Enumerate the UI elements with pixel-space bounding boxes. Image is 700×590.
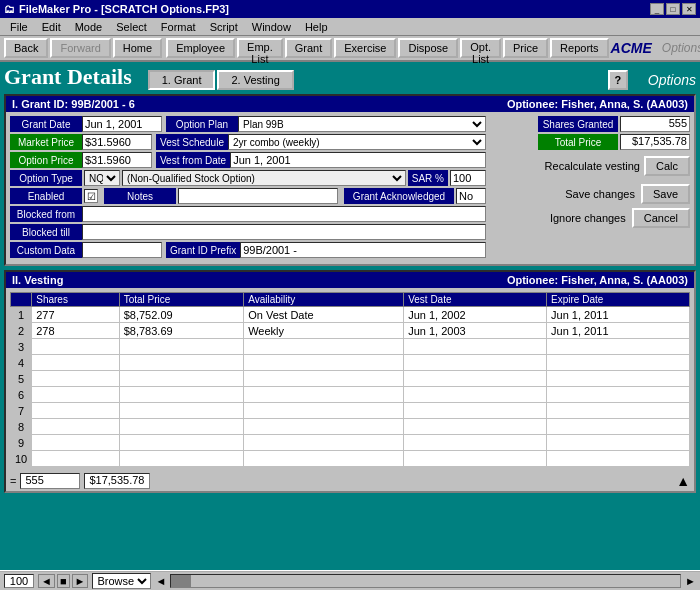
blocked-till-input[interactable] <box>82 224 486 240</box>
emp-list-button[interactable]: Emp. List <box>237 38 283 58</box>
calc-button[interactable]: Calc <box>644 156 690 176</box>
vest-schedule-label: Vest Schedule <box>156 134 228 150</box>
blocked-from-label: Blocked from <box>10 206 82 222</box>
blocked-till-row: Blocked till <box>10 224 486 240</box>
section2-header: II. Vesting Optionee: Fisher, Anna, S. (… <box>6 272 694 288</box>
vesting-table: Shares Total Price Availability Vest Dat… <box>10 292 690 467</box>
market-price-input[interactable] <box>82 134 152 150</box>
employee-button[interactable]: Employee <box>166 38 235 58</box>
cell-total-price <box>119 419 244 435</box>
option-price-input[interactable] <box>82 152 152 168</box>
zoom-out-btn[interactable]: ◄ <box>38 574 55 588</box>
vest-schedule-select[interactable]: 2yr combo (weekly) <box>228 134 486 150</box>
tab-grant[interactable]: 1. Grant <box>148 70 216 90</box>
zoom-fit-btn[interactable]: ► <box>72 574 89 588</box>
cell-availability <box>244 419 404 435</box>
nav-next[interactable]: ► <box>685 575 696 587</box>
section1-body: Grant Date Option Plan Plan 99B Market P… <box>6 112 694 264</box>
sar-label: SAR % <box>408 170 448 186</box>
enabled-checkbox[interactable]: ☑ <box>84 189 98 203</box>
section2-optionee: Optionee: Fisher, Anna, S. (AA003) <box>507 274 688 286</box>
option-type-row: Option Type NQ (Non-Qualified Stock Opti… <box>10 170 486 186</box>
page-title: Grant Details <box>4 64 132 90</box>
price-button[interactable]: Price <box>503 38 548 58</box>
nav-prev[interactable]: ◄ <box>155 575 166 587</box>
grant-acknowledged-label: Grant Acknowledged <box>344 188 454 204</box>
cell-availability <box>244 435 404 451</box>
minimize-button[interactable]: _ <box>650 3 664 15</box>
save-button[interactable]: Save <box>641 184 690 204</box>
mode-select[interactable]: Browse Find Layout <box>92 573 151 589</box>
menu-format[interactable]: Format <box>155 20 202 34</box>
back-button[interactable]: Back <box>4 38 48 58</box>
window-title: FileMaker Pro - [SCRATCH Options.FP3] <box>19 3 229 15</box>
close-button[interactable]: ✕ <box>682 3 696 15</box>
table-row: 1 277 $8,752.09 On Vest Date Jun 1, 2002… <box>11 307 690 323</box>
menu-window[interactable]: Window <box>246 20 297 34</box>
grant-id-prefix-label: Grant ID Prefix <box>166 242 240 258</box>
option-type-desc-select[interactable]: (Non-Qualified Stock Option) <box>122 170 406 186</box>
total-price-label: Total Price <box>538 134 618 150</box>
row-num: 10 <box>11 451 32 467</box>
cell-vest-date <box>404 403 547 419</box>
main-content: I. Grant ID: 99B/2001 - 6 Optionee: Fish… <box>0 90 700 570</box>
section1-left: Grant Date Option Plan Plan 99B Market P… <box>10 116 486 260</box>
cell-total-price: $8,783.69 <box>119 323 244 339</box>
menu-file[interactable]: File <box>4 20 34 34</box>
menu-mode[interactable]: Mode <box>69 20 109 34</box>
cell-vest-date <box>404 371 547 387</box>
dispose-button[interactable]: Dispose <box>398 38 458 58</box>
help-button[interactable]: ? <box>608 70 628 90</box>
scroll-bar-horizontal[interactable] <box>170 574 681 588</box>
menu-select[interactable]: Select <box>110 20 153 34</box>
exercise-button[interactable]: Exercise <box>334 38 396 58</box>
save-item: Save changes Save <box>565 184 690 204</box>
cell-expire-date <box>547 371 690 387</box>
section1-header: I. Grant ID: 99B/2001 - 6 Optionee: Fish… <box>6 96 694 112</box>
option-type-code-select[interactable]: NQ <box>84 170 120 186</box>
zoom-in-btn[interactable]: ■ <box>57 574 70 588</box>
blocked-from-input[interactable] <box>82 206 486 222</box>
cell-shares <box>32 419 119 435</box>
maximize-button[interactable]: □ <box>666 3 680 15</box>
scroll-to-top-icon[interactable]: ▲ <box>676 473 690 489</box>
section1-optionee: Optionee: Fisher, Anna, S. (AA003) <box>507 98 688 110</box>
vest-from-date-input[interactable] <box>230 152 486 168</box>
grant-id-prefix-input[interactable] <box>240 242 486 258</box>
footer-eq: = <box>10 475 16 487</box>
cell-availability <box>244 403 404 419</box>
option-plan-select[interactable]: Plan 99B <box>238 116 486 132</box>
cell-vest-date <box>404 435 547 451</box>
table-row: 7 <box>11 403 690 419</box>
grant-date-input[interactable] <box>82 116 162 132</box>
row-num: 5 <box>11 371 32 387</box>
sar-input[interactable] <box>450 170 486 186</box>
cell-shares <box>32 451 119 467</box>
opt-list-button[interactable]: Opt. List <box>460 38 501 58</box>
grant-button[interactable]: Grant <box>285 38 333 58</box>
cancel-button[interactable]: Cancel <box>632 208 690 228</box>
enabled-label: Enabled <box>10 188 82 204</box>
menu-edit[interactable]: Edit <box>36 20 67 34</box>
grant-acknowledged-input[interactable] <box>456 188 486 204</box>
forward-button[interactable]: Forward <box>50 38 110 58</box>
cell-availability <box>244 387 404 403</box>
section1-title: I. Grant ID: 99B/2001 - 6 <box>12 98 135 110</box>
tab-vesting[interactable]: 2. Vesting <box>217 70 293 90</box>
cell-shares <box>32 355 119 371</box>
cell-expire-date <box>547 387 690 403</box>
reports-button[interactable]: Reports <box>550 38 609 58</box>
menu-help[interactable]: Help <box>299 20 334 34</box>
cell-total-price <box>119 355 244 371</box>
menu-script[interactable]: Script <box>204 20 244 34</box>
notes-input[interactable] <box>178 188 338 204</box>
cell-shares <box>32 387 119 403</box>
blocked-till-label: Blocked till <box>10 224 82 240</box>
col-shares: Shares <box>32 293 119 307</box>
footer-total: $17,535.78 <box>84 473 149 489</box>
row-num: 8 <box>11 419 32 435</box>
table-row: 10 <box>11 451 690 467</box>
cell-shares <box>32 339 119 355</box>
home-button[interactable]: Home <box>113 38 162 58</box>
custom-data-input[interactable] <box>82 242 162 258</box>
